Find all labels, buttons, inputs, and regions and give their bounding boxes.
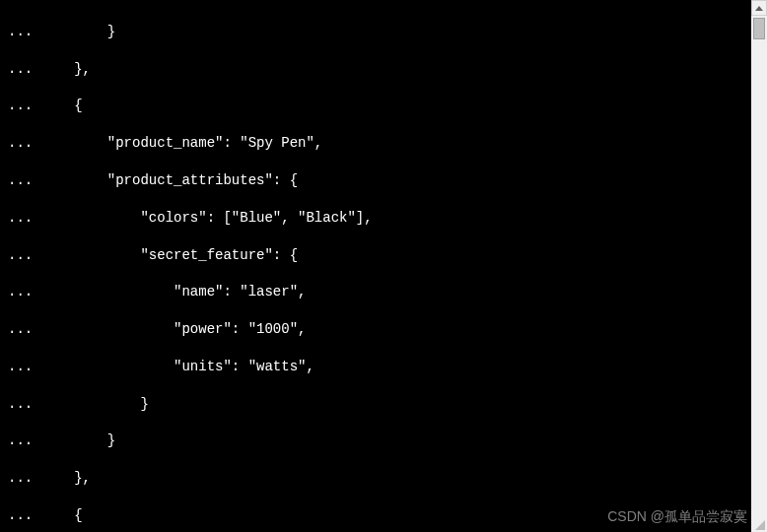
- code-line: ... {: [8, 97, 759, 115]
- scrollbar-arrow-up-icon[interactable]: [751, 0, 767, 16]
- code-line: ... },: [8, 469, 759, 488]
- code-line: ... "colors": ["Blue", "Black"],: [8, 209, 759, 228]
- code-line: ... },: [8, 60, 759, 79]
- resize-handle-icon[interactable]: [753, 518, 765, 530]
- code-line: ... }: [8, 395, 759, 414]
- scrollbar-track[interactable]: [751, 0, 767, 532]
- code-line: ... "name": "laser",: [8, 283, 759, 301]
- terminal-output[interactable]: ... } ... }, ... { ... "product_name": "…: [0, 0, 767, 532]
- code-line: ... }: [8, 432, 759, 450]
- code-line: ... "units": "watts",: [8, 358, 759, 376]
- code-line: ... "secret_feature": {: [8, 246, 759, 265]
- code-line: ... "product_name": "Spy Pen",: [8, 134, 759, 153]
- watermark-text: CSDN @孤单品尝寂寞: [607, 508, 747, 526]
- code-line: ... "power": "1000",: [8, 320, 759, 339]
- code-line: ... "product_attributes": {: [8, 171, 759, 190]
- code-line: ... }: [8, 23, 759, 41]
- scrollbar-thumb[interactable]: [753, 18, 765, 39]
